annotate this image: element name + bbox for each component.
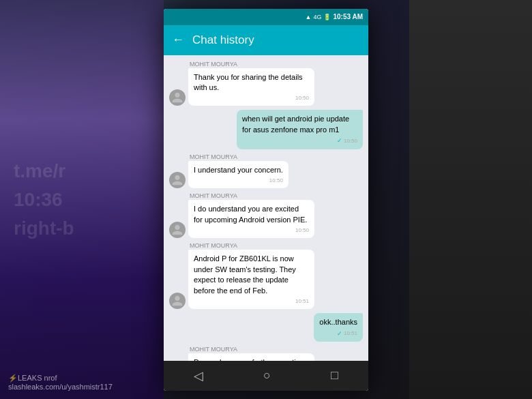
sender-label-5: MOHIT MOURYA	[190, 242, 363, 249]
page-title: Chat history	[192, 33, 254, 47]
bubble-text-6: okk..thanks	[319, 318, 357, 326]
battery-icon: 🔋	[323, 14, 331, 20]
bubble-1: Thank you for sharing the details with u…	[188, 68, 314, 106]
bottom-nav: ◁ ○ □	[164, 361, 368, 391]
message-row-2: when will get android pie update for asu…	[169, 110, 363, 149]
bubble-7: Do you have any further questions regard…	[188, 353, 314, 360]
sender-label-1: MOHIT MOURYA	[190, 61, 363, 68]
message-row-5: Android P for ZB601KL is now under SW te…	[169, 250, 363, 309]
bubble-time-4: 10:50	[194, 226, 309, 234]
top-bar: ← Chat history	[164, 25, 368, 55]
slashleaks-badge: ⚡LEAKS nrof slashleaks.com/u/yashmistr11…	[8, 374, 113, 391]
status-time: 10:53 AM	[333, 13, 363, 20]
bubble-3: I understand your concern. 10:50	[188, 161, 289, 189]
bubble-text-5: Android P for ZB601KL is now under SW te…	[194, 254, 296, 294]
message-row-6: okk..thanks ✓ 10:51	[169, 313, 363, 342]
phone-screen: ▲ 4G 🔋 10:53 AM ← Chat history MOHIT MOU…	[164, 9, 368, 391]
bubble-text-4: I do understand you are excited for upco…	[194, 205, 307, 223]
bubble-text-2: when will get android pie update for asu…	[242, 115, 349, 133]
bubble-2: when will get android pie update for asu…	[237, 110, 363, 149]
message-group-5: MOHIT MOURYA Android P for ZB601KL is no…	[169, 242, 363, 309]
status-bar: ▲ 4G 🔋 10:53 AM	[164, 9, 368, 25]
status-icons: ▲ 4G 🔋 10:53 AM	[306, 13, 363, 20]
wifi-icon: 4G	[313, 14, 321, 20]
message-row-3: I understand your concern. 10:50	[169, 161, 363, 189]
message-group-4: MOHIT MOURYA I do understand you are exc…	[169, 192, 363, 238]
bg-text: t.me/r10:36right-b	[14, 157, 74, 243]
bubble-text-1: Thank you for sharing the details with u…	[194, 73, 303, 91]
check-icon-2: ✓	[337, 136, 342, 145]
check-icon-6: ✓	[337, 329, 342, 338]
bubble-4: I do understand you are excited for upco…	[188, 200, 314, 238]
avatar-1	[169, 89, 186, 106]
bubble-text-7: Do you have any further questions regard…	[194, 358, 308, 360]
message-group-1: MOHIT MOURYA Thank you for sharing the d…	[169, 61, 363, 106]
message-group-3: MOHIT MOURYA I understand your concern. …	[169, 153, 363, 189]
avatar-3	[169, 172, 186, 188]
sender-label-3: MOHIT MOURYA	[190, 153, 363, 160]
sender-label-4: MOHIT MOURYA	[190, 192, 363, 199]
bubble-5: Android P for ZB601KL is now under SW te…	[188, 250, 314, 309]
chat-area[interactable]: MOHIT MOURYA Thank you for sharing the d…	[164, 55, 368, 361]
bubble-time-6: ✓ 10:51	[319, 329, 357, 338]
back-nav-button[interactable]: ◁	[194, 368, 203, 383]
bubble-6: okk..thanks ✓ 10:51	[314, 313, 363, 342]
bg-right-panel	[409, 0, 532, 399]
avatar-4	[169, 222, 186, 238]
message-group-7: MOHIT MOURYA Do you have any further que…	[169, 346, 363, 360]
bg-left-panel: t.me/r10:36right-b	[0, 0, 164, 399]
signal-icon: ▲	[306, 14, 312, 20]
message-row-4: I do understand you are excited for upco…	[169, 200, 363, 238]
bubble-time-3: 10:50	[194, 177, 283, 184]
bubble-time-1: 10:50	[194, 94, 309, 102]
sender-label-7: MOHIT MOURYA	[190, 346, 363, 353]
back-button[interactable]: ←	[172, 33, 184, 47]
recent-nav-button[interactable]: □	[331, 368, 338, 383]
bubble-time-2: ✓ 10:50	[242, 136, 357, 145]
message-row-7: Do you have any further questions regard…	[169, 353, 363, 360]
avatar-5	[169, 293, 186, 309]
bubble-time-5: 10:51	[194, 297, 309, 305]
bubble-text-3: I understand your concern.	[194, 166, 283, 174]
home-nav-button[interactable]: ○	[263, 368, 271, 383]
message-row-1: Thank you for sharing the details with u…	[169, 68, 363, 106]
